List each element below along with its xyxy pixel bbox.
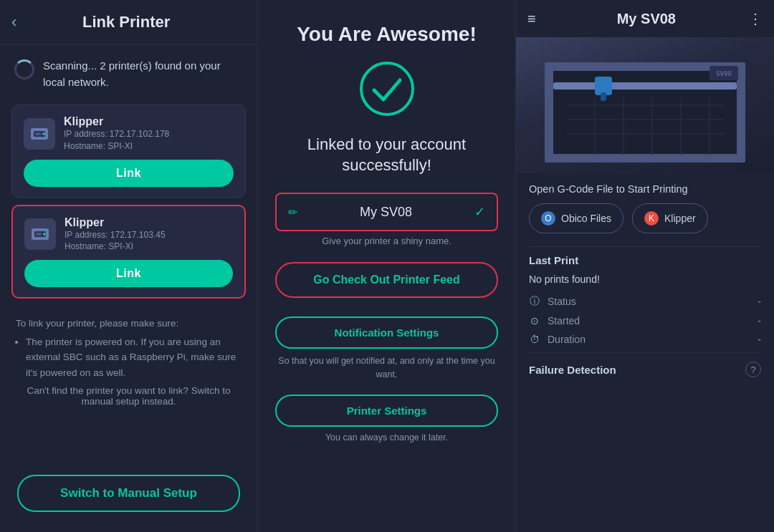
scanning-spinner xyxy=(14,59,34,79)
sv08-header: ≡ My SV08 ⋮ xyxy=(516,0,774,37)
link-printer-title: Link Printer xyxy=(28,13,224,32)
svg-point-8 xyxy=(361,63,413,115)
klipper-icon: K xyxy=(644,211,659,226)
no-prints-text: No prints found! xyxy=(529,274,761,285)
edit-icon: ✏ xyxy=(288,205,297,219)
printer-info-1: Klipper IP address: 172.17.102.178 Hostn… xyxy=(64,115,169,153)
klipper-files-button[interactable]: K Klipper xyxy=(632,203,708,233)
sv08-title: My SV08 xyxy=(545,11,748,27)
status-value: - xyxy=(758,296,761,307)
printer-name-2: Klipper xyxy=(64,216,166,229)
info-text: To link your printer, please make sure: … xyxy=(16,316,242,380)
sv08-panel: ≡ My SV08 ⋮ xyxy=(516,0,774,532)
svg-rect-3 xyxy=(35,132,41,135)
started-row: ⊙ Started - xyxy=(529,315,761,327)
printer-ip-2: IP address: 172.17.103.45 xyxy=(64,229,166,241)
printer-card-1-top: Klipper IP address: 172.17.102.178 Hostn… xyxy=(24,115,234,153)
printer-settings-button[interactable]: Printer Settings xyxy=(275,395,498,427)
info-icon: ⓘ xyxy=(529,295,540,308)
duration-value: - xyxy=(758,334,761,345)
panel-1-footer: Switch to Manual Setup xyxy=(0,462,257,532)
linked-text: Linked to your account successfully! xyxy=(275,135,498,175)
divider-1 xyxy=(529,246,761,247)
klipper-label: Klipper xyxy=(664,213,696,224)
printer-name-1: Klipper xyxy=(64,115,169,128)
hourglass-icon: ⏱ xyxy=(529,334,540,345)
link-printer-header: ‹ Link Printer xyxy=(0,0,257,45)
failure-detection-row: Failure Detection ? xyxy=(529,352,761,377)
obico-files-button[interactable]: O Obico Files xyxy=(529,203,624,233)
printer-name-box: ✏ My SV08 ✓ xyxy=(275,193,498,231)
printer-image: SV08 xyxy=(516,37,774,173)
printer-card-1: Klipper IP address: 172.17.102.178 Hostn… xyxy=(11,105,246,198)
give-name-hint: Give your printer a shiny name. xyxy=(322,236,452,246)
printer-settings-sub-text: You can always change it later. xyxy=(325,432,448,442)
manual-setup-button[interactable]: Switch to Manual Setup xyxy=(17,475,240,512)
sv08-content: Open G-Code File to Start Printing O Obi… xyxy=(516,173,774,532)
link-button-1[interactable]: Link xyxy=(24,160,234,187)
printer-image-placeholder: SV08 xyxy=(516,37,774,173)
status-row: ⓘ Status - xyxy=(529,295,761,308)
svg-point-2 xyxy=(42,132,45,135)
clock-icon: ⊙ xyxy=(529,315,540,327)
svg-rect-7 xyxy=(36,233,42,236)
file-buttons: O Obico Files K Klipper xyxy=(529,203,761,233)
duration-row: ⏱ Duration - xyxy=(529,334,761,345)
awesome-title: You Are Awesome! xyxy=(297,23,477,46)
status-label: Status xyxy=(548,296,750,307)
svg-rect-14 xyxy=(553,82,737,90)
open-gcode-text: Open G-Code File to Start Printing xyxy=(529,183,761,195)
printer-icon-1 xyxy=(24,118,55,150)
notification-sub-text: So that you will get notified at, and on… xyxy=(275,354,498,382)
printer-card-2-top: Klipper IP address: 172.17.103.45 Hostna… xyxy=(24,216,233,253)
printer-list: Klipper IP address: 172.17.102.178 Hostn… xyxy=(0,99,257,304)
cant-find-text: Can't find the printer you want to link?… xyxy=(16,385,242,407)
obico-files-label: Obico Files xyxy=(561,213,611,224)
hamburger-icon[interactable]: ≡ xyxy=(527,11,536,27)
last-print-label: Last Print xyxy=(529,254,761,266)
back-icon[interactable]: ‹ xyxy=(11,13,16,32)
check-mark-icon: ✓ xyxy=(474,204,485,220)
svg-rect-11 xyxy=(545,62,553,163)
printer-name-value: My SV08 xyxy=(297,205,474,220)
more-vert-icon[interactable]: ⋮ xyxy=(748,10,763,27)
svg-text:SV08: SV08 xyxy=(716,70,732,77)
printer-ip-1: IP address: 172.17.102.178 xyxy=(64,128,169,140)
svg-rect-16 xyxy=(601,92,606,101)
duration-label: Duration xyxy=(548,334,750,345)
svg-point-6 xyxy=(43,233,46,236)
printer-hostname-2: Hostname: SPI-XI xyxy=(64,241,166,253)
notification-settings-button[interactable]: Notification Settings xyxy=(275,316,498,349)
started-value: - xyxy=(758,315,761,327)
printer-info-2: Klipper IP address: 172.17.103.45 Hostna… xyxy=(64,216,166,253)
scanning-area: Scanning... 2 printer(s) found on your l… xyxy=(0,45,257,99)
failure-detection-label: Failure Detection xyxy=(529,364,616,376)
help-icon[interactable]: ? xyxy=(745,362,761,377)
link-button-2[interactable]: Link xyxy=(24,260,233,287)
link-printer-panel: ‹ Link Printer Scanning... 2 printer(s) … xyxy=(0,0,258,532)
printer-hostname-1: Hostname: SPI-XI xyxy=(64,140,169,153)
started-label: Started xyxy=(548,315,750,327)
printer-icon-2 xyxy=(24,218,56,250)
checkout-feed-button[interactable]: Go Check Out Printer Feed xyxy=(275,262,498,298)
awesome-panel: You Are Awesome! Linked to your account … xyxy=(258,0,516,532)
check-icon-wrap xyxy=(358,60,416,120)
svg-rect-13 xyxy=(545,154,745,163)
scanning-text: Scanning... 2 printer(s) found on your l… xyxy=(43,58,243,90)
info-bullet: The printer is powered on. If you are us… xyxy=(26,334,242,381)
info-section: To link your printer, please make sure: … xyxy=(0,304,257,462)
obico-icon: O xyxy=(541,211,555,226)
printer-card-2: Klipper IP address: 172.17.103.45 Hostna… xyxy=(11,205,246,299)
